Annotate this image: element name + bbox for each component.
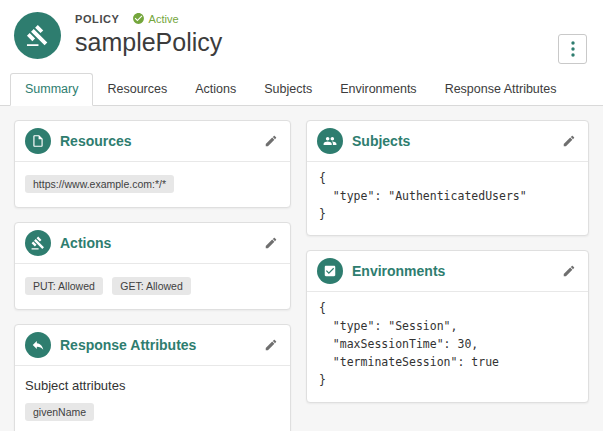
card-resources-body: https://www.example.com:*/* [15,162,290,207]
reply-arrow-icon [25,332,51,358]
card-response-attributes-title: Response Attributes [60,337,196,353]
card-environments-header: Environments [307,251,588,292]
pencil-icon [264,236,278,250]
action-chip: GET: Allowed [112,277,190,295]
users-icon [317,128,343,154]
kebab-vertical-icon [571,41,575,57]
pencil-icon [562,134,576,148]
resource-chip: https://www.example.com:*/* [25,175,174,193]
edit-response-attributes-button[interactable] [262,336,280,354]
card-subjects-title: Subjects [352,133,410,149]
summary-content: Resources https://www.example.com:*/* Ac… [0,106,603,431]
right-column: Subjects { "type": "AuthenticatedUsers" … [306,120,589,403]
gavel-icon [26,24,49,47]
card-actions-title: Actions [60,235,111,251]
card-subjects: Subjects { "type": "AuthenticatedUsers" … [306,120,589,236]
policy-type-label: POLICY [75,13,120,25]
pencil-icon [264,134,278,148]
tab-summary[interactable]: Summary [10,73,93,106]
card-environments-title: Environments [352,263,445,279]
page-header: POLICY Active samplePolicy [0,0,603,65]
edit-resources-button[interactable] [262,132,280,150]
tab-subjects[interactable]: Subjects [250,74,326,105]
subjects-code: { "type": "AuthenticatedUsers" } [319,170,576,223]
header-text: POLICY Active samplePolicy [75,10,222,57]
status-badge: Active [132,12,179,25]
tab-environments[interactable]: Environments [326,74,430,105]
kebab-menu-button[interactable] [558,34,587,64]
status-label: Active [149,13,179,25]
check-circle-icon [132,12,145,25]
tab-resources[interactable]: Resources [93,74,181,105]
policy-page: POLICY Active samplePolicy Summary Resou… [0,0,603,431]
card-environments: Environments { "type": "Session", "maxSe… [306,250,589,402]
response-attribute-chip: givenName [25,403,94,421]
card-response-attributes: Response Attributes Subject attributes g… [14,324,291,431]
environments-code: { "type": "Session", "maxSessionTime": 3… [319,300,576,389]
card-response-attributes-body: Subject attributes givenName [15,366,290,431]
pencil-icon [264,338,278,352]
left-column: Resources https://www.example.com:*/* Ac… [14,120,291,431]
card-subjects-body: { "type": "AuthenticatedUsers" } [307,162,588,235]
action-chip: PUT: Allowed [25,277,103,295]
card-subjects-header: Subjects [307,121,588,162]
card-environments-body: { "type": "Session", "maxSessionTime": 3… [307,292,588,401]
card-actions-body: PUT: Allowed GET: Allowed [15,264,290,309]
tab-response-attributes[interactable]: Response Attributes [431,74,571,105]
card-resources-title: Resources [60,133,132,149]
edit-actions-button[interactable] [262,234,280,252]
tab-actions[interactable]: Actions [181,74,250,105]
edit-subjects-button[interactable] [560,132,578,150]
card-actions: Actions PUT: Allowed GET: Allowed [14,222,291,310]
page-title: samplePolicy [75,28,222,57]
gavel-icon [25,230,51,256]
card-resources: Resources https://www.example.com:*/* [14,120,291,208]
edit-environments-button[interactable] [560,262,578,280]
tab-bar: Summary Resources Actions Subjects Envir… [0,65,603,106]
policy-avatar [14,12,61,59]
check-square-icon [317,258,343,284]
card-actions-header: Actions [15,223,290,264]
card-resources-header: Resources [15,121,290,162]
subject-attributes-label: Subject attributes [25,378,280,393]
file-icon [25,128,51,154]
card-response-attributes-header: Response Attributes [15,325,290,366]
pencil-icon [562,264,576,278]
